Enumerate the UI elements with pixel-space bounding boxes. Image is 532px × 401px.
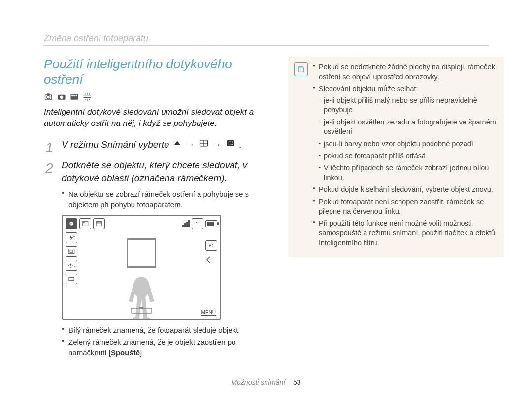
home-bar-icon	[131, 307, 152, 316]
flash-chip-icon: A	[66, 232, 77, 243]
svg-point-29	[210, 245, 211, 246]
step-2-text: Dotkněte se objektu, který chcete sledov…	[62, 159, 264, 184]
camera-program-icon	[57, 92, 66, 102]
section-title-b: ostření	[44, 72, 83, 87]
chevron-left-icon	[205, 256, 217, 266]
svg-rect-22	[68, 249, 74, 254]
svg-text:OFF: OFF	[73, 265, 75, 268]
bullet-text-strong: Spouště	[111, 348, 140, 357]
size-chip-icon	[79, 218, 91, 229]
svg-point-4	[60, 96, 64, 99]
note-icon	[294, 62, 308, 76]
page-footer: Možnosti snímání 53	[0, 378, 532, 386]
note-subitem: V těchto případech se rámeček zobrazí je…	[319, 163, 497, 183]
note-item: Pokud se nedotknete žádné plochy na disp…	[313, 62, 497, 82]
menu-label: MENU	[201, 310, 216, 316]
step-2-sub-bullets: Na objektu se zobrazí rámeček ostření a …	[62, 189, 264, 210]
left-column: Použití inteligentního dotykového ostřen…	[44, 57, 264, 360]
step-1: 1 V režimu Snímání vyberte → → .	[44, 138, 264, 157]
up-arrow-icon	[172, 138, 183, 151]
timer-off-chip-icon: OFF	[66, 260, 77, 271]
step-number: 1	[44, 138, 55, 157]
step-1-text: V režimu Snímání vyberte	[62, 139, 172, 150]
sub-bullet: Na objektu se zobrazí rámeček ostření a …	[62, 189, 264, 210]
focus-area-icon	[199, 138, 209, 151]
header-breadcrumb: Změna ostření fotoaparátu	[44, 33, 488, 46]
post-illustration-bullets: Bílý rámeček znamená, že fotoaparát sled…	[62, 325, 264, 358]
svg-rect-23	[70, 250, 73, 252]
arrow-icon: →	[187, 139, 195, 150]
svg-rect-27	[69, 278, 74, 281]
right-column: Pokud se nedotknete žádné plochy na disp…	[288, 57, 504, 360]
page-number: 53	[293, 378, 301, 386]
tracking-af-icon	[225, 138, 236, 151]
note-lead: Sledování objektu může selhat:	[319, 85, 418, 93]
note-box: Pokud se nedotknete žádné plochy na disp…	[288, 57, 504, 257]
svg-rect-36	[131, 308, 152, 313]
bullet-text-a: Zelený rámeček znamená, že je objekt zao…	[68, 338, 235, 357]
svg-text:A: A	[73, 235, 75, 238]
face-chip-icon	[205, 240, 217, 251]
anti-shake-icon	[82, 92, 92, 102]
signal-icon	[182, 220, 190, 227]
focus-frame-icon	[127, 238, 156, 268]
step-2: 2 Dotkněte se objektu, který chcete sled…	[44, 159, 264, 184]
bullet-text-b: ].	[140, 348, 144, 357]
svg-rect-8	[76, 95, 77, 96]
note-subitem: jsou-li barvy nebo vzor objektu podobné …	[319, 139, 497, 149]
note-subitem: je-li objekt osvětlen zezadu a fotografu…	[319, 118, 497, 137]
section-title-a: Použití inteligentního dotykového	[44, 57, 232, 71]
quality-chip-icon	[93, 218, 105, 229]
svg-rect-17	[83, 222, 85, 223]
note-item: Při použití této funkce není možné volit…	[313, 219, 497, 248]
drive-chip-icon	[66, 274, 77, 284]
note-item: Pokud fotoaparát není schopen zaostřit, …	[313, 197, 497, 216]
svg-rect-37	[139, 307, 143, 309]
stabilize-chip-icon	[192, 218, 203, 229]
svg-rect-2	[47, 94, 50, 95]
scene-icon	[69, 92, 79, 102]
section-title: Použití inteligentního dotykového ostřen…	[44, 57, 264, 87]
svg-rect-6	[71, 95, 73, 96]
nav-sequence: → → .	[172, 138, 241, 151]
mode-icon-row	[44, 92, 264, 102]
svg-point-1	[47, 96, 50, 99]
note-item: Pokud dojde k selhání sledování, vyberte…	[313, 185, 497, 195]
lcd-illustration: P A OFF	[62, 215, 264, 320]
note-subitem: je-li objekt příliš malý nebo se příliš …	[319, 96, 497, 115]
arrow-icon: →	[213, 139, 221, 150]
step-number: 2	[44, 159, 55, 184]
mode-chip-icon: P	[66, 218, 77, 229]
battery-icon	[205, 220, 217, 227]
af-chip-icon	[66, 246, 77, 257]
bullet-item: Zelený rámeček znamená, že je objekt zao…	[62, 337, 264, 358]
svg-rect-7	[73, 95, 75, 96]
note-item: Sledování objektu může selhat: je-li obj…	[313, 84, 497, 183]
bullet-item: Bílý rámeček znamená, že fotoaparát sled…	[62, 325, 264, 335]
camera-icon	[44, 92, 54, 102]
svg-rect-12	[227, 140, 234, 146]
footer-label: Možnosti snímání	[231, 378, 285, 386]
note-subitem: pokud se fotoaparát příliš otřásá	[319, 152, 497, 161]
svg-rect-16	[82, 222, 88, 226]
svg-point-30	[212, 245, 212, 246]
svg-point-28	[209, 244, 213, 247]
intro-text: Inteligentní dotykové sledování umožní s…	[44, 107, 264, 129]
